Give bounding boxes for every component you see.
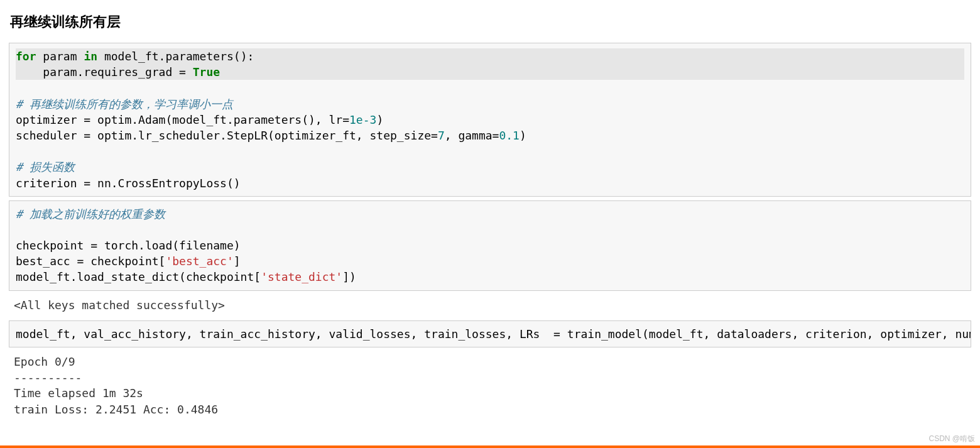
code-token: , gamma= xyxy=(445,129,499,142)
code-token: ] xyxy=(234,254,241,268)
code-token: 0.1 xyxy=(499,129,520,142)
code-token: scheduler = optim.lr_scheduler.StepLR(op… xyxy=(16,129,438,142)
code-comment: # 再继续训练所有的参数，学习率调小一点 xyxy=(16,97,233,111)
code-token: model_ft.load_state_dict(checkpoint[ xyxy=(16,270,261,283)
code-token: in xyxy=(84,50,97,63)
output-cell-3: Epoch 0/9 ---------- Time elapsed 1m 32s… xyxy=(9,351,971,420)
code-token: criterion = nn.CrossEntropyLoss() xyxy=(16,177,241,190)
code-token: optimizer = optim.Adam(model_ft.paramete… xyxy=(16,113,349,126)
code-token: param.requires_grad = xyxy=(16,65,193,79)
code-token: 'state_dict' xyxy=(261,270,342,283)
code-token: 1e-3 xyxy=(349,113,376,126)
code-token: ) xyxy=(376,113,383,126)
code-comment: # 加载之前训练好的权重参数 xyxy=(16,207,165,221)
code-token: param xyxy=(36,50,84,63)
code-token: ]) xyxy=(342,270,356,283)
code-cell-1[interactable]: for param in model_ft.parameters(): para… xyxy=(9,43,971,197)
section-heading: 再继续训练所有层 xyxy=(10,13,970,31)
code-token: ) xyxy=(520,129,526,142)
code-token: 7 xyxy=(438,129,445,142)
code-comment: # 损失函数 xyxy=(16,160,75,173)
code-token: 'best_acc' xyxy=(165,254,233,268)
code-token: checkpoint = torch.load(filename) xyxy=(16,239,241,252)
code-token: True xyxy=(193,65,220,79)
code-cell-2[interactable]: # 加载之前训练好的权重参数 checkpoint = torch.load(f… xyxy=(9,200,971,291)
code-token: best_acc = checkpoint[ xyxy=(16,254,165,268)
output-cell-2: <All keys matched successfully> xyxy=(9,295,971,315)
code-cell-3[interactable]: model_ft, val_acc_history, train_acc_his… xyxy=(9,320,971,347)
code-token: for xyxy=(16,50,36,63)
code-token: model_ft.parameters(): xyxy=(97,50,254,63)
code-token: model_ft, val_acc_history, train_acc_his… xyxy=(16,327,971,341)
